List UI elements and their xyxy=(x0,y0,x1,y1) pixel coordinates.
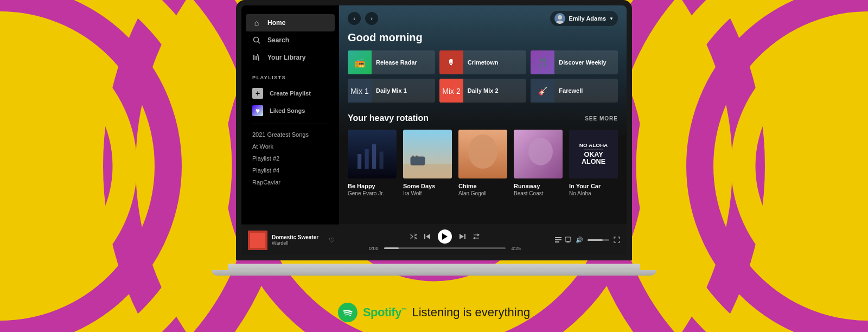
svg-rect-17 xyxy=(253,55,254,60)
daily-mix-2-label: Daily Mix 2 xyxy=(468,87,499,94)
player-track-text: Domestic Sweater Wardell xyxy=(272,234,324,246)
volume-bar[interactable] xyxy=(588,239,609,241)
queue-button[interactable] xyxy=(555,237,561,244)
rotation-card-runaway[interactable]: Runaway Beast Coast xyxy=(514,130,563,196)
quick-card-farewell[interactable]: 🎸 Farewell xyxy=(531,79,618,103)
discover-weekly-thumb: 🎵 xyxy=(531,50,554,74)
be-happy-artist: Gene Evaro Jr. xyxy=(348,190,397,196)
playlist-item-3[interactable]: Playlist #4 xyxy=(252,164,328,176)
rotation-card-some-days[interactable]: Some Days Ira Wolf xyxy=(403,130,452,196)
svg-text:ALONE: ALONE xyxy=(582,158,605,165)
sidebar: ⌂ Home Search xyxy=(241,5,339,225)
in-your-car-artist: No Aloha xyxy=(569,190,618,196)
release-radar-label: Release Radar xyxy=(376,59,417,66)
quick-card-crimetown[interactable]: 🎙 Crimetown xyxy=(439,50,527,74)
svg-rect-38 xyxy=(380,152,384,169)
svg-rect-56 xyxy=(424,234,425,239)
time-total: 4:25 xyxy=(509,246,521,251)
liked-songs-icon: ♥ xyxy=(252,105,263,116)
content-body: Good morning 📻 Release Radar xyxy=(339,31,627,205)
forward-button[interactable]: › xyxy=(365,12,378,25)
fullscreen-button[interactable] xyxy=(614,237,620,244)
sidebar-item-library[interactable]: Your Library xyxy=(246,49,335,66)
quick-card-discover-weekly[interactable]: 🎵 Discover Weekly xyxy=(531,50,618,74)
player-track-info: Domestic Sweater Wardell ♡ xyxy=(248,231,335,250)
playlist-item-2[interactable]: Playlist #2 xyxy=(252,152,328,164)
playlist-item-1[interactable]: At Work xyxy=(252,141,328,152)
runaway-artist: Beast Coast xyxy=(514,190,563,196)
user-badge[interactable]: Emily Adams ▼ xyxy=(550,11,618,26)
svg-rect-18 xyxy=(256,56,257,60)
playlist-item-4[interactable]: RapCaviar xyxy=(252,176,328,188)
some-days-title: Some Days xyxy=(403,183,452,189)
greeting-text: Good morning xyxy=(348,31,618,44)
svg-point-45 xyxy=(468,135,497,169)
repeat-button[interactable] xyxy=(473,233,480,240)
laptop-screen-bezel: ⌂ Home Search xyxy=(236,0,632,260)
be-happy-thumb xyxy=(348,130,397,178)
create-playlist-icon: + xyxy=(252,88,263,99)
spotify-branding: Spotify™ Listening is everything xyxy=(338,303,530,322)
quick-card-release-radar[interactable]: 📻 Release Radar xyxy=(348,50,435,74)
some-days-artist: Ira Wolf xyxy=(403,190,452,196)
liked-songs-label: Liked Songs xyxy=(270,107,305,114)
volume-icon: 🔊 xyxy=(576,237,583,244)
sidebar-nav: ⌂ Home Search xyxy=(241,14,339,66)
player-thumb xyxy=(248,231,267,250)
nav-buttons: ‹ › xyxy=(348,12,378,25)
player-track-name: Domestic Sweater xyxy=(272,234,324,240)
player-heart-icon[interactable]: ♡ xyxy=(329,237,335,244)
laptop: ⌂ Home Search xyxy=(212,0,656,304)
svg-marker-57 xyxy=(442,233,448,240)
rotation-card-be-happy[interactable]: Be Happy Gene Evaro Jr. xyxy=(348,130,397,196)
shuffle-button[interactable] xyxy=(410,233,417,240)
daily-mix-1-thumb: Mix 1 xyxy=(348,79,372,103)
daily-mix-1-label: Daily Mix 1 xyxy=(376,87,407,94)
svg-text:🎙: 🎙 xyxy=(447,58,456,67)
farewell-label: Farewell xyxy=(559,87,583,94)
next-button[interactable] xyxy=(458,233,466,240)
time-current: 0:00 xyxy=(369,246,381,251)
svg-rect-61 xyxy=(555,239,561,240)
quick-card-daily-mix-2[interactable]: Mix 2 Daily Mix 2 xyxy=(439,79,527,103)
quick-card-daily-mix-1[interactable]: Mix 1 Daily Mix 1 xyxy=(348,79,435,103)
svg-rect-62 xyxy=(555,241,559,242)
svg-text:🎵: 🎵 xyxy=(537,58,548,68)
sidebar-playlist-list: 2021 Greatest Songs At Work Playlist #2 … xyxy=(241,129,339,216)
see-more-button[interactable]: SEE MORE xyxy=(585,116,618,122)
svg-point-47 xyxy=(528,138,553,165)
progress-track[interactable] xyxy=(384,247,506,249)
playlist-item-0[interactable]: 2021 Greatest Songs xyxy=(252,129,328,141)
sidebar-item-home[interactable]: ⌂ Home xyxy=(246,14,335,31)
rotation-card-in-your-car[interactable]: NO ALOHAOKAYALONE In Your Car No Aloha xyxy=(569,130,618,196)
device-button[interactable] xyxy=(565,237,571,244)
player-track-artist: Wardell xyxy=(272,240,324,246)
sidebar-home-label: Home xyxy=(267,19,285,27)
user-dropdown-icon: ▼ xyxy=(609,16,614,21)
play-button[interactable] xyxy=(438,229,452,244)
spotify-brand-name: Spotify™ xyxy=(363,305,407,320)
runaway-title: Runaway xyxy=(514,183,563,189)
sidebar-library-label: Your Library xyxy=(267,54,305,61)
svg-rect-54 xyxy=(250,233,265,248)
sidebar-item-search[interactable]: Search xyxy=(246,31,335,49)
crimetown-label: Crimetown xyxy=(468,59,499,66)
back-button[interactable]: ‹ xyxy=(348,12,361,25)
svg-text:📻: 📻 xyxy=(354,58,365,68)
chime-artist: Alan Gogoll xyxy=(458,190,507,196)
some-days-thumb xyxy=(403,130,452,178)
spotify-tagline: Listening is everything xyxy=(412,305,530,320)
rotation-card-chime[interactable]: Chime Alan Gogoll xyxy=(458,130,507,196)
create-playlist-label: Create Playlist xyxy=(270,90,311,97)
svg-rect-35 xyxy=(358,154,361,169)
laptop-base xyxy=(228,264,640,271)
sidebar-search-label: Search xyxy=(267,36,289,44)
create-playlist-action[interactable]: + Create Playlist xyxy=(241,85,339,102)
svg-rect-64 xyxy=(566,241,570,242)
svg-rect-43 xyxy=(416,156,418,158)
liked-songs-action[interactable]: ♥ Liked Songs xyxy=(241,102,339,119)
prev-button[interactable] xyxy=(424,233,431,240)
runaway-thumb xyxy=(514,130,563,178)
svg-rect-37 xyxy=(372,144,376,169)
playlists-section-title: PLAYLISTS xyxy=(241,66,339,85)
